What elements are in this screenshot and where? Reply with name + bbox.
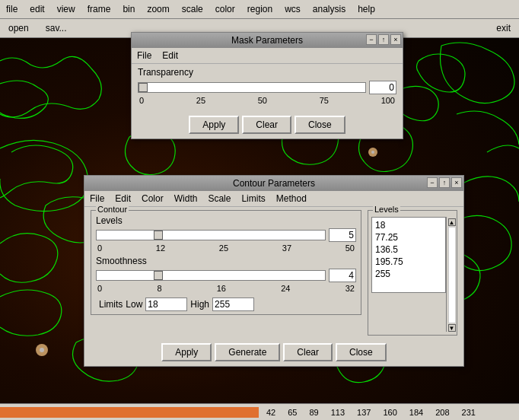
mask-scale-100: 100 xyxy=(381,96,395,105)
mask-dialog-titlebar[interactable]: Mask Parameters − ↑ × xyxy=(132,33,403,48)
ruler-231: 231 xyxy=(456,408,482,417)
mask-restore-button[interactable]: ↑ xyxy=(378,34,389,45)
contour-close-button[interactable]: Close xyxy=(336,343,387,361)
mask-parameters-dialog: Mask Parameters − ↑ × File Edit Transpar… xyxy=(131,32,403,139)
high-label: High xyxy=(190,299,209,310)
mask-slider-row: 0 xyxy=(138,81,396,94)
contour-close-button[interactable]: × xyxy=(451,177,462,188)
contour-menu-color[interactable]: Color xyxy=(139,192,166,205)
mask-transparency-slider[interactable] xyxy=(138,82,366,93)
contour-smoothness-slider-row: 4 xyxy=(96,269,356,282)
contour-smoothness-label: Smoothness xyxy=(96,256,356,266)
mask-transparency-value[interactable]: 0 xyxy=(369,81,396,94)
menu-wcs[interactable]: wcs xyxy=(279,2,307,16)
contour-levels-scale: 0 12 25 37 50 xyxy=(96,243,356,253)
menu-view[interactable]: view xyxy=(51,2,81,16)
menu-zoom[interactable]: zoom xyxy=(141,2,175,16)
mask-close-dialog-button[interactable]: Close xyxy=(295,116,345,134)
menu-region[interactable]: region xyxy=(241,2,279,16)
contour-menu-limits[interactable]: Limits xyxy=(239,192,267,205)
ruler-bar xyxy=(0,407,259,418)
mask-menu-edit[interactable]: Edit xyxy=(160,49,180,62)
contour-levels-slider[interactable] xyxy=(96,230,326,240)
smooth-scale-8: 8 xyxy=(157,284,161,293)
high-input[interactable] xyxy=(212,298,254,311)
menu-bin[interactable]: bin xyxy=(116,2,141,16)
levels-scale-25: 25 xyxy=(219,243,228,253)
mask-scale-25: 25 xyxy=(196,96,205,105)
contour-right-panel: Levels 18 77.25 136.5 195.75 255 ▲ ▼ xyxy=(365,207,463,339)
menu-color[interactable]: color xyxy=(209,2,241,16)
low-input[interactable] xyxy=(145,298,187,311)
level-item-3: 195.75 xyxy=(374,256,444,268)
contour-menu-scale[interactable]: Scale xyxy=(205,192,233,205)
contour-group-label: Contour xyxy=(96,205,129,214)
contour-menubar: File Edit Color Width Scale Limits Metho… xyxy=(84,191,463,207)
contour-menu-width[interactable]: Width xyxy=(172,192,200,205)
smooth-scale-0: 0 xyxy=(97,284,102,293)
levels-scale-50: 50 xyxy=(345,243,355,253)
menu-edit[interactable]: edit xyxy=(24,2,50,16)
levels-scrollbar[interactable]: ▲ ▼ xyxy=(446,217,457,332)
contour-menu-method[interactable]: Method xyxy=(274,192,309,205)
toolbar-save[interactable]: sav... xyxy=(37,21,75,36)
ruler-89: 89 xyxy=(304,408,325,417)
contour-restore-button[interactable]: ↑ xyxy=(439,177,450,188)
ruler-113: 113 xyxy=(325,408,351,417)
contour-menu-file[interactable]: File xyxy=(88,192,107,205)
mask-slider-thumb[interactable] xyxy=(139,83,148,92)
levels-list[interactable]: 18 77.25 136.5 195.75 255 xyxy=(371,217,446,293)
smooth-scale-16: 16 xyxy=(217,284,226,293)
menu-scale[interactable]: scale xyxy=(176,2,209,16)
mask-minimize-button[interactable]: − xyxy=(366,34,377,45)
menu-analysis[interactable]: analysis xyxy=(307,2,352,16)
mask-scale-50: 50 xyxy=(258,96,267,105)
ruler-184: 184 xyxy=(403,408,429,417)
contour-menu-edit[interactable]: Edit xyxy=(113,192,133,205)
contour-clear-button[interactable]: Clear xyxy=(283,343,333,361)
level-item-1: 77.25 xyxy=(374,231,444,243)
scroll-down-button[interactable]: ▼ xyxy=(448,324,456,332)
mask-apply-button[interactable]: Apply xyxy=(189,116,239,134)
contour-group-box: Contour Levels 5 0 12 25 37 50 Smoothnes… xyxy=(91,210,361,315)
contour-button-row: Apply Generate Clear Close xyxy=(84,339,463,366)
limits-label: Limits xyxy=(99,299,123,310)
contour-smoothness-slider[interactable] xyxy=(96,270,326,281)
level-item-4: 255 xyxy=(374,268,444,280)
contour-levels-value[interactable]: 5 xyxy=(329,228,356,242)
contour-apply-button[interactable]: Apply xyxy=(161,343,212,361)
bottom-ruler: 42 65 89 113 137 160 184 208 231 xyxy=(0,403,519,420)
mask-dialog-controls: − ↑ × xyxy=(366,34,401,45)
mask-scale-row: 0 25 50 75 100 xyxy=(138,96,396,105)
toolbar-exit[interactable]: exit xyxy=(488,21,519,36)
mask-scale-75: 75 xyxy=(320,96,329,105)
ruler-65: 65 xyxy=(282,408,303,417)
scroll-up-button[interactable]: ▲ xyxy=(448,218,456,226)
menu-help[interactable]: help xyxy=(352,2,381,16)
contour-dialog-controls: − ↑ × xyxy=(427,177,462,188)
low-label: Low xyxy=(126,299,142,310)
contour-smoothness-value[interactable]: 4 xyxy=(329,269,356,282)
level-item-2: 136.5 xyxy=(374,243,444,256)
mask-clear-button[interactable]: Clear xyxy=(242,116,291,134)
menu-file[interactable]: file xyxy=(0,2,24,16)
toolbar-open[interactable]: open xyxy=(0,21,37,36)
contour-minimize-button[interactable]: − xyxy=(427,177,438,188)
contour-generate-button[interactable]: Generate xyxy=(215,343,280,361)
contour-dialog-titlebar[interactable]: Contour Parameters − ↑ × xyxy=(84,176,463,191)
contour-dialog-title: Contour Parameters xyxy=(233,178,315,189)
contour-parameters-dialog: Contour Parameters − ↑ × File Edit Color… xyxy=(84,175,464,367)
mask-close-button[interactable]: × xyxy=(390,34,401,45)
contour-limits-row: Limits Low High xyxy=(96,296,356,313)
contour-smoothness-scale: 0 8 16 24 32 xyxy=(96,284,356,293)
contour-levels-thumb[interactable] xyxy=(154,231,163,240)
contour-content-area: Contour Levels 5 0 12 25 37 50 Smoothnes… xyxy=(84,207,463,339)
contour-smoothness-thumb[interactable] xyxy=(154,271,163,280)
mask-menubar: File Edit xyxy=(132,48,403,64)
mask-menu-file[interactable]: File xyxy=(135,49,154,62)
levels-scale-37: 37 xyxy=(282,243,291,253)
menu-frame[interactable]: frame xyxy=(81,2,117,16)
svg-point-1 xyxy=(40,348,44,352)
smooth-scale-24: 24 xyxy=(281,284,290,293)
mask-transparency-section: Transparency 0 0 25 50 75 100 xyxy=(132,64,403,111)
